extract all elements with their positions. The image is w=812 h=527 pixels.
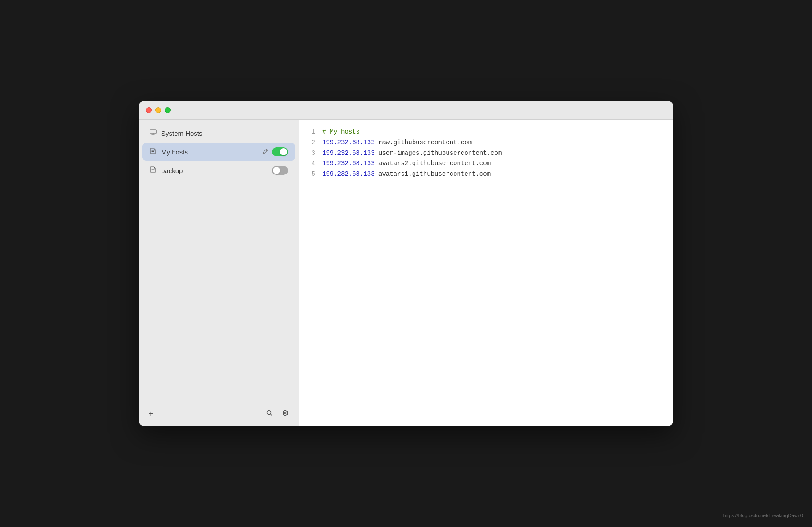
sidebar-item-system-hosts[interactable]: System Hosts [142, 124, 295, 142]
hostname-4: avatars2.githubusercontent.com [378, 160, 491, 167]
line-content-4: 199.232.68.133 avatars2.githubuserconten… [322, 158, 491, 169]
backup-actions [272, 166, 288, 175]
sidebar-backup-label: backup [161, 167, 268, 174]
sidebar-item-my-hosts[interactable]: My hosts [142, 143, 295, 161]
line-content-2: 199.232.68.133 raw.githubusercontent.com [322, 138, 472, 148]
code-line-1: 1 # My hosts [308, 127, 664, 138]
code-line-5: 5 199.232.68.133 avatars1.githubusercont… [308, 169, 664, 180]
editor-panel[interactable]: 1 # My hosts 2 199.232.68.133 raw.github… [299, 120, 673, 426]
my-hosts-actions [262, 147, 288, 156]
search-button[interactable] [263, 408, 276, 421]
svg-point-2 [284, 412, 286, 414]
ip-5: 199.232.68.133 [322, 170, 375, 178]
ip-2: 199.232.68.133 [322, 139, 375, 146]
code-line-2: 2 199.232.68.133 raw.githubusercontent.c… [308, 138, 664, 148]
hostname-5: avatars1.githubusercontent.com [378, 170, 491, 178]
svg-rect-0 [150, 130, 156, 134]
line-number-3: 3 [308, 148, 315, 159]
sidebar-list: System Hosts My hosts [139, 120, 299, 402]
settings-button[interactable] [279, 408, 292, 421]
toggle-knob [280, 148, 287, 155]
sidebar-my-hosts-label: My hosts [161, 148, 258, 156]
sidebar: System Hosts My hosts [139, 120, 299, 426]
edit-icon[interactable] [262, 148, 268, 156]
hostname-2: raw.githubusercontent.com [378, 139, 472, 146]
sidebar-item-backup[interactable]: backup [142, 162, 295, 179]
close-button[interactable] [146, 107, 152, 113]
minimize-button[interactable] [155, 107, 161, 113]
line-content-3: 199.232.68.133 user-images.githubusercon… [322, 148, 502, 159]
app-window: System Hosts My hosts [139, 101, 673, 426]
backup-toggle[interactable] [272, 166, 288, 175]
ip-4: 199.232.68.133 [322, 160, 375, 167]
add-button[interactable]: + [146, 408, 156, 421]
line-number-1: 1 [308, 127, 315, 138]
line-content-5: 199.232.68.133 avatars1.githubuserconten… [322, 169, 491, 180]
traffic-lights [146, 107, 171, 113]
backup-toggle-knob [273, 167, 280, 174]
file-icon-backup [150, 166, 157, 175]
main-content: System Hosts My hosts [139, 120, 673, 426]
line-number-5: 5 [308, 169, 315, 180]
code-line-3: 3 199.232.68.133 user-images.githubuserc… [308, 148, 664, 159]
my-hosts-toggle[interactable] [272, 147, 288, 156]
hostname-3: user-images.githubusercontent.com [378, 150, 502, 157]
file-icon-my-hosts [150, 147, 157, 156]
sidebar-system-hosts-label: System Hosts [161, 130, 288, 137]
line-number-2: 2 [308, 138, 315, 148]
ip-3: 199.232.68.133 [322, 150, 375, 157]
line-content-1: # My hosts [322, 127, 360, 138]
watermark: https://blog.csdn.net/BreakingDawn0 [723, 513, 803, 518]
maximize-button[interactable] [165, 107, 171, 113]
editor-content: 1 # My hosts 2 199.232.68.133 raw.github… [299, 120, 673, 187]
line-number-4: 4 [308, 158, 315, 169]
titlebar [139, 101, 673, 120]
sidebar-footer: + [139, 402, 299, 426]
monitor-icon [150, 129, 157, 138]
code-line-4: 4 199.232.68.133 avatars2.githubusercont… [308, 158, 664, 169]
